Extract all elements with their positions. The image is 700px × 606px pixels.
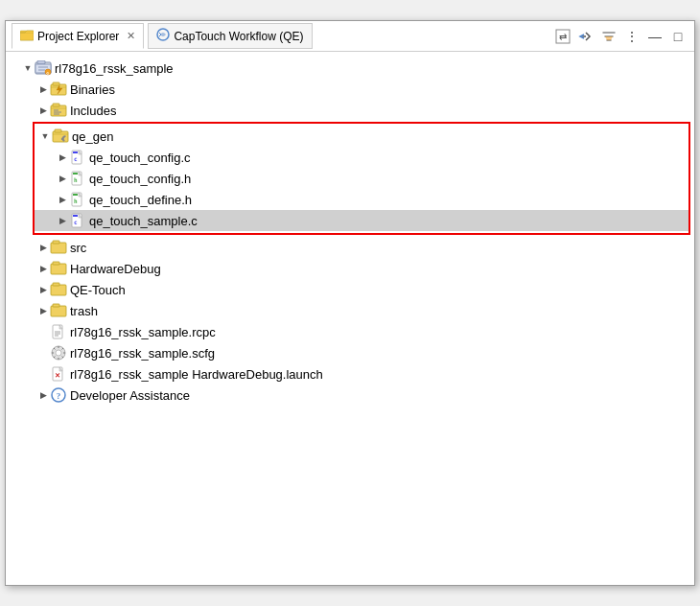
trash-arrow[interactable] <box>36 304 50 317</box>
svg-rect-27 <box>73 194 78 196</box>
qe-gen-group: qe_gen c qe_touch_config.c <box>33 122 690 235</box>
toolbar: ⇄ ⋮ — □ <box>552 26 688 47</box>
src-label: src <box>70 241 86 255</box>
project-tree: ⚙ rl78g16_rssk_sample <box>6 56 694 408</box>
qe-gen-arrow[interactable] <box>38 129 52 143</box>
svg-rect-35 <box>53 262 59 265</box>
svg-rect-33 <box>53 241 59 244</box>
svg-rect-24 <box>73 173 78 175</box>
c-file-icon-2: c <box>69 213 86 228</box>
scfg-arrow <box>36 346 50 360</box>
qe-touch-label: QE-Touch <box>70 283 126 297</box>
src-folder-icon <box>50 240 67 255</box>
maximize-button[interactable]: □ <box>667 26 688 47</box>
includes-arrow[interactable] <box>36 104 50 117</box>
tree-item-qe-touch-config-h[interactable]: h qe_touch_config.h <box>35 168 688 189</box>
tree-item-rcpc[interactable]: rl78g16_rssk_sample.rcpc <box>6 321 694 342</box>
qe-touch-config-c-arrow[interactable] <box>56 151 69 164</box>
svg-text:h: h <box>74 198 78 204</box>
dev-assist-arrow[interactable] <box>36 388 50 402</box>
binaries-icon <box>50 82 67 97</box>
main-window: Project Explorer ✕ CapTouch Workflow (QE… <box>5 20 695 586</box>
scfg-icon <box>50 345 67 361</box>
qe-gen-label: qe_gen <box>72 129 113 144</box>
launch-label: rl78g16_rssk_sample HardwareDebug.launch <box>70 367 323 382</box>
tree-item-dev-assist[interactable]: ? Developer Assistance <box>6 385 694 406</box>
tree-item-trash[interactable]: trash <box>6 300 694 321</box>
binaries-arrow[interactable] <box>36 82 50 96</box>
tree-item-src[interactable]: src <box>6 237 694 258</box>
tree-item-binaries[interactable]: Binaries <box>6 79 694 100</box>
workflow-icon <box>156 28 170 44</box>
tree-item-scfg[interactable]: rl78g16_rssk_sample.scfg <box>6 342 694 363</box>
svg-rect-17 <box>53 131 68 142</box>
close-tab-icon[interactable]: ✕ <box>127 30 135 42</box>
qe-touch-define-h-arrow[interactable] <box>56 193 69 206</box>
qe-touch-config-h-label: qe_touch_config.h <box>89 172 191 186</box>
tree-root[interactable]: ⚙ rl78g16_rssk_sample <box>6 58 694 79</box>
launch-arrow <box>36 367 50 381</box>
tree-item-includes[interactable]: Includes <box>6 100 694 121</box>
h-file-icon-1: h <box>69 171 86 186</box>
dev-assist-icon: ? <box>50 387 67 403</box>
tab-captouch-workflow[interactable]: CapTouch Workflow (QE) <box>148 23 312 49</box>
scfg-label: rl78g16_rssk_sample.scfg <box>70 346 215 361</box>
more-button[interactable]: ⋮ <box>621 26 642 47</box>
tab-project-explorer[interactable]: Project Explorer ✕ <box>12 23 144 49</box>
svg-text:⚙: ⚙ <box>46 71 50 76</box>
tree-item-hardware-debug[interactable]: HardwareDebug <box>6 258 694 279</box>
svg-point-45 <box>56 350 61 356</box>
rcpc-label: rl78g16_rssk_sample.rcpc <box>70 325 216 339</box>
rcpc-arrow <box>36 325 50 338</box>
svg-rect-38 <box>51 306 66 316</box>
minimize-button[interactable]: — <box>644 26 665 47</box>
qe-touch-sample-c-arrow[interactable] <box>56 214 69 227</box>
svg-rect-32 <box>51 243 66 253</box>
svg-text:?: ? <box>57 391 61 401</box>
link-button[interactable] <box>575 26 596 47</box>
svg-text:✕: ✕ <box>55 372 60 379</box>
qe-touch-arrow[interactable] <box>36 283 50 296</box>
tree-item-qe-touch-config-c[interactable]: c qe_touch_config.c <box>35 147 688 168</box>
root-arrow[interactable] <box>21 61 35 75</box>
hardware-debug-icon <box>50 261 67 276</box>
c-file-icon-1: c <box>69 150 86 165</box>
folder-icon <box>20 28 34 44</box>
tree-item-qe-touch[interactable]: QE-Touch <box>6 279 694 300</box>
svg-text:h: h <box>74 176 78 183</box>
svg-text:⇄: ⇄ <box>559 32 567 42</box>
binaries-label: Binaries <box>70 82 115 97</box>
hardware-debug-arrow[interactable] <box>36 262 50 275</box>
svg-rect-13 <box>53 104 59 106</box>
svg-rect-39 <box>53 304 59 307</box>
content-area: ⚙ rl78g16_rssk_sample <box>6 52 694 585</box>
tree-item-qe-gen[interactable]: qe_gen <box>35 126 688 147</box>
includes-label: Includes <box>70 104 116 118</box>
project-icon: ⚙ <box>35 60 52 76</box>
qe-gen-icon <box>52 128 69 144</box>
qe-touch-define-h-label: qe_touch_define.h <box>89 193 192 207</box>
src-arrow[interactable] <box>36 241 50 254</box>
rcpc-icon <box>50 324 67 339</box>
tree-item-qe-touch-sample-c[interactable]: c qe_touch_sample.c <box>35 210 688 231</box>
filter-button[interactable] <box>598 26 619 47</box>
tree-item-launch[interactable]: ✕ rl78g16_rssk_sample HardwareDebug.laun… <box>6 363 694 385</box>
dev-assist-label: Developer Assistance <box>70 388 190 403</box>
title-bar: Project Explorer ✕ CapTouch Workflow (QE… <box>6 21 694 52</box>
svg-text:c: c <box>74 219 78 225</box>
svg-marker-4 <box>605 36 613 40</box>
svg-rect-30 <box>73 215 78 217</box>
svg-rect-36 <box>51 285 66 295</box>
trash-folder-icon <box>50 303 67 318</box>
sync-button[interactable]: ⇄ <box>552 26 573 47</box>
tree-item-qe-touch-define-h[interactable]: h qe_touch_define.h <box>35 189 688 210</box>
tabs-container: Project Explorer ✕ CapTouch Workflow (QE… <box>12 23 547 49</box>
launch-icon: ✕ <box>50 366 67 382</box>
trash-label: trash <box>70 304 98 318</box>
svg-rect-21 <box>73 152 78 153</box>
includes-icon <box>50 103 67 118</box>
qe-touch-config-h-arrow[interactable] <box>56 172 69 185</box>
qe-touch-sample-c-label: qe_touch_sample.c <box>89 214 198 228</box>
svg-text:c: c <box>74 155 78 162</box>
svg-rect-6 <box>37 60 45 64</box>
